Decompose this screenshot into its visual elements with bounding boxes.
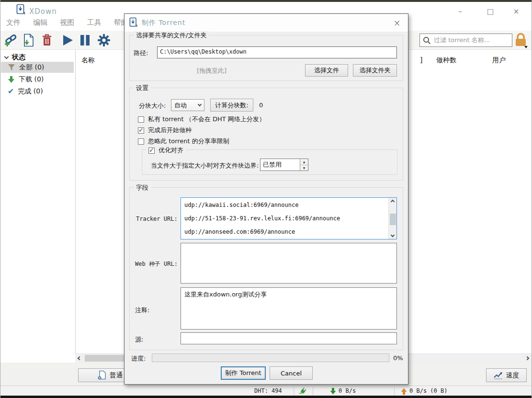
speed-chart-icon [494,372,503,379]
progress-bar [152,353,389,362]
scrollbar-thumb[interactable] [390,214,396,225]
spin-down-icon: ▼ [300,165,308,171]
ignore-ratio-checkbox[interactable]: 忽略此 torrent 的分享率限制 [138,137,229,146]
checkbox-icon[interactable] [138,138,144,145]
scroll-left-icon[interactable] [75,354,84,363]
pause-icon[interactable] [78,34,92,47]
search-icon [423,36,431,45]
sidebar-item-completed[interactable]: ✔ 完成 (0) [1,86,74,97]
scrollbar-thumb[interactable] [85,355,129,362]
spinner-buttons[interactable]: ▲▼ [300,159,308,171]
private-torrent-label: 私有 torrent （不会在 DHT 网络上分发） [148,115,265,124]
column-header-name[interactable]: 名称 [81,56,95,65]
download-speed-icon [330,388,336,396]
download-speed: 0 B/s [339,387,356,394]
comment-textarea[interactable]: 这里来自xdown.org测试分享 [181,287,397,330]
close-button[interactable]: × [509,6,523,17]
vertical-scrollbar[interactable] [388,198,396,239]
drop-hint: [拖拽至此] [197,67,226,75]
statusbar-separator [294,387,294,395]
calc-pieces-value: 0 [259,102,263,109]
make-torrent-dialog: 制作 Torrent × 选择要共享的文件/文件夹 路径: C:\Users\q… [124,13,408,385]
private-torrent-checkbox[interactable]: 私有 torrent （不会在 DHT 网络上分发） [138,115,265,124]
cancel-button[interactable]: Cancel [270,366,313,380]
maximize-button[interactable]: □ [483,6,498,17]
status-bar: DHT: 494 0 B/s 0 B/s (0 B) [0,386,532,396]
scroll-right-icon[interactable] [523,354,532,363]
tracker-url-line: udp://anonseed.com:6969/announce [184,228,295,235]
network-plug-icon [299,387,308,397]
start-seeding-checkbox[interactable]: 完成后开始做种 [138,126,192,135]
optimize-align-group: 优化对齐 当文件大于指定大小时对齐文件块边界: 已禁用 ▲▼ [142,149,397,175]
menu-file[interactable]: 文件 [6,18,21,27]
screen-bottom-edge [0,396,532,398]
select-file-button[interactable]: 选择文件 [305,64,348,77]
add-link-icon[interactable] [3,34,18,47]
sidebar: 状态 全部 (0) 下载 (0) ✔ 完成 (0) [1,50,74,363]
lock-icon[interactable] [514,32,529,49]
normal-mode-label: 普通 [110,371,123,380]
calc-pieces-button[interactable]: 计算分块数: [210,99,253,112]
path-input[interactable]: C:\Users\qq\Desktop\xdown [157,46,397,58]
chevron-down-icon [198,102,202,106]
align-boundary-spinner[interactable]: 已禁用 ▲▼ [260,159,308,171]
make-torrent-button[interactable]: 制作 Torrent [221,366,266,380]
search-input[interactable]: 过滤 torrent 名称... [419,34,512,47]
select-folder-button[interactable]: 选择文件夹 [353,64,397,77]
checkbox-icon[interactable] [138,116,144,123]
sidebar-group-status[interactable]: 状态 [5,53,25,62]
statusbar-separator [313,387,313,395]
optimize-align-checkbox[interactable]: 优化对齐 [146,146,186,155]
source-input[interactable] [181,332,397,344]
piece-size-value: 自动 [174,101,187,110]
fields-group: 字段 Tracker URL: udp://kawaii.social:6969… [129,187,403,350]
webseed-url-textarea[interactable] [181,243,397,284]
checkbox-icon[interactable] [148,148,155,154]
start-seeding-label: 完成后开始做种 [148,126,192,135]
upload-speed-icon [401,388,407,396]
app-logo-icon [16,4,26,17]
share-group: 选择要共享的文件/文件夹 路径: C:\Users\qq\Desktop\xdo… [129,35,403,81]
column-header-users[interactable]: 用户 [492,56,506,65]
sidebar-item-label: 完成 (0) [18,87,43,96]
filter-funnel-icon [8,64,15,71]
sidebar-group-label: 状态 [12,53,25,62]
add-torrent-file-icon[interactable] [22,34,36,47]
scroll-down-icon[interactable] [389,231,396,239]
column-header-partial[interactable]: ] [420,56,422,64]
share-group-label: 选择要共享的文件/文件夹 [134,31,209,40]
search-placeholder: 过滤 torrent 名称... [434,36,490,45]
column-header-seeds[interactable]: 做种数 [436,56,456,65]
align-boundary-value: 已禁用 [263,161,282,168]
delete-icon[interactable] [40,34,54,47]
ignore-ratio-label: 忽略此 torrent 的分享率限制 [148,137,229,146]
dht-status: DHT: 494 [254,387,282,394]
minimize-button[interactable]: – [453,6,467,17]
menu-view[interactable]: 视图 [60,18,74,27]
dialog-close-icon[interactable]: × [392,18,402,28]
sidebar-item-downloading[interactable]: 下载 (0) [1,74,74,85]
speed-graph-button[interactable]: 速度 [486,368,527,382]
optimize-align-label: 优化对齐 [158,146,183,155]
tracker-url-line: udp://51-158-23-91.rev.lelux.fi:6969/ann… [184,215,340,222]
xdown-main-window: XDown – □ × 文件 编辑 视图 工具 帮助 [0,0,532,398]
sidebar-item-all[interactable]: 全部 (0) [1,62,74,73]
settings-group: 设置 分块大小: 自动 计算分块数: 0 私有 torrent （不会在 DHT… [129,88,403,181]
tracker-url-textarea[interactable]: udp://kawaii.social:6969/announce udp://… [181,197,397,239]
sidebar-item-label: 全部 (0) [19,63,44,72]
menu-tools[interactable]: 工具 [87,18,101,27]
check-icon: ✔ [8,88,14,95]
source-label: 源: [135,335,143,344]
fields-group-label: 字段 [134,183,151,192]
piece-size-select[interactable]: 自动 [171,99,204,111]
speed-graph-label: 速度 [506,371,520,380]
checkbox-icon[interactable] [138,127,144,134]
menu-edit[interactable]: 编辑 [33,18,47,27]
scroll-up-icon[interactable] [389,198,396,205]
app-title: XDown [29,7,57,16]
settings-gear-icon[interactable] [97,34,111,47]
download-arrow-icon [8,76,15,83]
start-icon[interactable] [60,34,75,47]
tracker-url-line: udp://kawaii.social:6969/announce [184,202,298,208]
dialog-titlebar: 制作 Torrent × [125,14,408,32]
